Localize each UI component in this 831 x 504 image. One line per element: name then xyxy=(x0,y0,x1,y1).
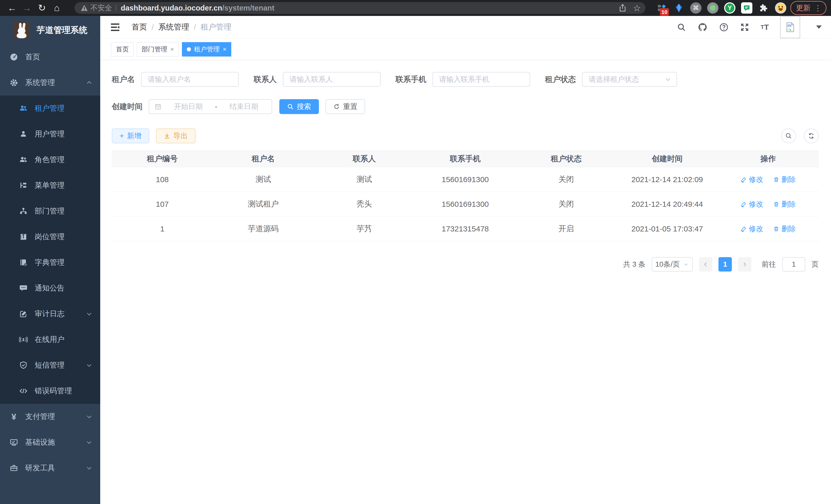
extension-dot-icon[interactable] xyxy=(707,2,718,13)
address-bar[interactable]: 不安全 dashboard.yudao.iocoder.cn /system/t… xyxy=(75,2,646,14)
extension-command-icon[interactable]: ⌘ xyxy=(690,2,701,13)
chevron-left-icon xyxy=(703,261,709,267)
tenant-name-input[interactable] xyxy=(141,72,239,87)
phone-input[interactable] xyxy=(432,72,530,87)
browser-home-button[interactable]: ⌂ xyxy=(49,2,64,14)
add-button[interactable]: + 新增 xyxy=(112,128,149,143)
security-label[interactable]: 不安全 xyxy=(90,3,112,13)
breadcrumb-home[interactable]: 首页 xyxy=(132,22,147,32)
download-icon xyxy=(164,132,170,139)
chevron-down-icon xyxy=(665,76,671,83)
profile-avatar-icon[interactable] xyxy=(775,2,786,13)
sidebar-item-system[interactable]: 系统管理 xyxy=(0,70,100,95)
edit-link[interactable]: 修改 xyxy=(741,224,763,234)
breadcrumb-system[interactable]: 系统管理 xyxy=(158,22,189,32)
end-date-placeholder[interactable]: 结束日期 xyxy=(222,102,266,112)
sidebar-item-user[interactable]: 用户管理 xyxy=(0,121,100,147)
search-icon[interactable] xyxy=(677,23,686,32)
users-icon xyxy=(19,104,28,113)
pagination: 共 3 条 10条/页 1 前往 页 xyxy=(112,257,819,271)
reset-button[interactable]: 重置 xyxy=(325,99,365,114)
page-suffix: 页 xyxy=(811,260,819,269)
font-size-icon[interactable]: TT xyxy=(761,23,769,32)
browser-back-button[interactable]: ← xyxy=(5,2,20,14)
sidebar-item-pay[interactable]: ¥ 支付管理 xyxy=(0,404,100,429)
date-range-input[interactable]: 开始日期 - 结束日期 xyxy=(149,99,272,114)
tab-tenant[interactable]: 租户管理 × xyxy=(182,42,231,57)
share-icon[interactable] xyxy=(619,4,627,12)
sidebar-item-audit-log[interactable]: 审计日志 xyxy=(0,301,100,327)
col-contact: 联系人 xyxy=(314,151,415,167)
close-icon[interactable]: × xyxy=(223,46,226,53)
sidebar-collapse-icon[interactable] xyxy=(110,22,121,33)
refresh-table-button[interactable] xyxy=(804,128,819,143)
browser-update-button[interactable]: 更新 ⋮ xyxy=(791,1,826,15)
sidebar-item-infra[interactable]: 基础设施 xyxy=(0,429,100,455)
app-logo xyxy=(13,22,30,38)
status-select[interactable]: 请选择租户状态 xyxy=(582,72,677,87)
extension-y-icon[interactable]: Y xyxy=(724,2,736,13)
show-search-toggle-button[interactable] xyxy=(781,128,796,143)
extensions-puzzle-icon[interactable] xyxy=(758,2,769,13)
extension-chat-icon[interactable] xyxy=(741,2,752,13)
page-number-1[interactable]: 1 xyxy=(718,257,732,271)
breadcrumb-current: 租户管理 xyxy=(201,22,231,32)
url-path[interactable]: /system/tenant xyxy=(222,4,275,12)
next-page-button[interactable] xyxy=(738,257,751,271)
breadcrumb-separator: / xyxy=(152,23,154,32)
edit-link[interactable]: 修改 xyxy=(741,199,763,209)
prev-page-button[interactable] xyxy=(699,257,712,271)
sidebar-item-sms[interactable]: 短信管理 xyxy=(0,352,100,378)
avatar-dropdown-caret[interactable] xyxy=(816,25,822,29)
security-warning-icon[interactable] xyxy=(81,5,88,11)
url-domain[interactable]: dashboard.yudao.iocoder.cn xyxy=(121,4,222,12)
browser-reload-button[interactable]: ↻ xyxy=(34,2,49,14)
export-button[interactable]: 导出 xyxy=(156,128,196,143)
tab-home[interactable]: 首页 xyxy=(111,42,134,57)
search-button[interactable]: 搜索 xyxy=(279,99,319,114)
search-icon xyxy=(287,103,294,110)
contact-input[interactable] xyxy=(283,72,380,87)
page-size-select[interactable]: 10条/页 xyxy=(652,257,693,271)
delete-link[interactable]: 删除 xyxy=(773,175,796,184)
dictionary-icon xyxy=(19,258,28,267)
sidebar-item-menu[interactable]: 菜单管理 xyxy=(0,173,100,198)
bookmark-star-icon[interactable]: ☆ xyxy=(633,3,641,13)
sidebar-item-notice[interactable]: 通知公告 xyxy=(0,275,100,301)
github-icon[interactable] xyxy=(697,22,708,32)
goto-page-input[interactable] xyxy=(782,257,805,271)
broadcast-user-icon xyxy=(19,335,28,344)
start-date-placeholder[interactable]: 开始日期 xyxy=(166,102,211,112)
sidebar-item-role[interactable]: 角色管理 xyxy=(0,147,100,173)
chevron-down-icon xyxy=(86,310,92,317)
col-tenant-id: 租户编号 xyxy=(112,151,213,167)
edit-icon xyxy=(741,176,747,183)
create-time-label: 创建时间 xyxy=(112,101,143,112)
sidebar-item-dept[interactable]: 部门管理 xyxy=(0,198,100,224)
refresh-icon xyxy=(333,103,340,110)
gear-icon xyxy=(9,78,19,87)
sidebar-item-home[interactable]: 首页 xyxy=(0,44,100,70)
app-title: 芋道管理系统 xyxy=(36,24,87,36)
sidebar-item-post[interactable]: 岗位管理 xyxy=(0,224,100,250)
fullscreen-icon[interactable] xyxy=(740,23,749,32)
browser-menu-icon[interactable]: ⋮ xyxy=(814,4,822,12)
status-text: 关闭 xyxy=(516,167,617,192)
table-header-row: 租户编号 租户名 联系人 联系手机 租户状态 创建时间 操作 xyxy=(112,151,819,167)
extension-gem-icon[interactable] xyxy=(673,2,685,13)
sidebar-item-dict[interactable]: 字典管理 xyxy=(0,250,100,275)
edit-link[interactable]: 修改 xyxy=(741,175,763,184)
tab-dept[interactable]: 部门管理 × xyxy=(137,42,179,57)
active-dot xyxy=(187,47,191,51)
browser-forward-button[interactable]: → xyxy=(20,2,34,14)
help-icon[interactable] xyxy=(719,22,729,32)
sidebar-item-online-users[interactable]: 在线用户 xyxy=(0,327,100,352)
sidebar-item-tenant[interactable]: 租户管理 xyxy=(0,95,100,121)
close-icon[interactable]: × xyxy=(170,46,174,53)
sidebar-item-devtools[interactable]: 研发工具 xyxy=(0,455,100,481)
delete-link[interactable]: 删除 xyxy=(773,224,796,234)
user-avatar[interactable] xyxy=(780,16,800,38)
sidebar-item-errorcode[interactable]: 错误码管理 xyxy=(0,378,100,404)
delete-link[interactable]: 删除 xyxy=(773,199,796,209)
extension-tabs-icon[interactable]: 10 xyxy=(656,2,667,13)
